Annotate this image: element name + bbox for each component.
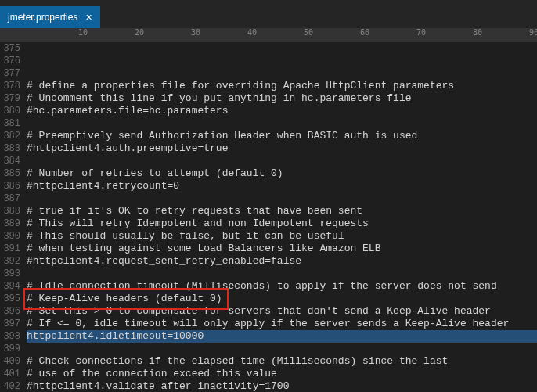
line-number: 377 (0, 67, 20, 80)
line-number: 389 (0, 218, 20, 230)
code-line[interactable]: # define a properties file for overridin… (27, 80, 537, 92)
line-number: 394 (0, 280, 20, 293)
ruler-tick: 30 (191, 28, 200, 37)
code-line[interactable] (27, 117, 537, 130)
line-number: 378 (0, 80, 20, 92)
ruler-tick: 10 (78, 28, 88, 37)
line-number: 383 (0, 142, 20, 155)
code-content[interactable]: # define a properties file for overridin… (27, 42, 537, 392)
ruler-tick: 40 (247, 28, 257, 37)
code-line[interactable]: # true if it's OK to retry requests that… (27, 205, 537, 218)
code-line[interactable]: httpclient4.idletimeout=10000 (27, 330, 537, 343)
line-number: 390 (0, 230, 20, 243)
ruler-tick: 80 (473, 28, 482, 37)
window-top-strip (0, 0, 537, 6)
code-line[interactable]: #httpclient4.request_sent_retry_enabled=… (27, 255, 537, 268)
line-number: 393 (0, 268, 20, 280)
code-line[interactable]: # If <= 0, idle timeout will only apply … (27, 318, 537, 330)
line-number: 379 (0, 92, 20, 105)
close-icon[interactable]: × (85, 12, 92, 23)
line-number: 402 (0, 380, 20, 392)
code-line[interactable] (27, 155, 537, 167)
line-number-gutter: 3753763773783793803813823833843853863873… (0, 42, 27, 392)
code-line[interactable]: #httpclient4.retrycount=0 (27, 180, 537, 192)
code-line[interactable]: # Set this > 0 to compensate for servers… (27, 305, 537, 318)
line-number: 396 (0, 305, 20, 318)
code-line[interactable]: # Uncomment this line if you put anythin… (27, 92, 537, 105)
code-line[interactable]: # Check connections if the elapsed time … (27, 355, 537, 368)
line-number: 384 (0, 155, 20, 167)
code-line[interactable]: #hc.parameters.file=hc.parameters (27, 105, 537, 117)
line-number: 395 (0, 293, 20, 305)
code-line[interactable]: # Preemptively send Authorization Header… (27, 130, 537, 142)
code-line[interactable]: # Number of retries to attempt (default … (27, 167, 537, 180)
code-line[interactable]: # use of the connection exceed this valu… (27, 368, 537, 380)
code-line[interactable] (27, 192, 537, 205)
line-number: 375 (0, 42, 20, 55)
line-number: 387 (0, 192, 20, 205)
code-line[interactable]: # Keep-Alive headers (default 0) (27, 293, 537, 305)
code-line[interactable]: # when testing against some Load Balance… (27, 243, 537, 255)
code-line[interactable] (27, 268, 537, 280)
line-number: 382 (0, 130, 20, 142)
editor-area[interactable]: 3753763773783793803813823833843853863873… (0, 42, 537, 392)
ruler-tick: 20 (135, 28, 144, 37)
line-number: 388 (0, 205, 20, 218)
tab-jmeter-properties[interactable]: jmeter.properties × (0, 6, 100, 28)
ruler-tick: 50 (304, 28, 313, 37)
code-line[interactable]: # This should usually be false, but it c… (27, 230, 537, 243)
code-line[interactable] (27, 343, 537, 355)
code-line[interactable]: # Idle connection timeout (Milliseconds)… (27, 280, 537, 293)
tab-filename: jmeter.properties (8, 12, 77, 23)
line-number: 392 (0, 255, 20, 268)
code-line[interactable]: # This will retry Idempotent and non Ide… (27, 218, 537, 230)
line-number: 391 (0, 243, 20, 255)
line-number: 400 (0, 355, 20, 368)
line-number: 397 (0, 318, 20, 330)
ruler-tick: 70 (416, 28, 426, 37)
code-line[interactable]: #httpclient4.validate_after_inactivity=1… (27, 380, 537, 392)
line-number: 398 (0, 330, 20, 343)
code-line[interactable]: #httpclient4.auth.preemptive=true (27, 142, 537, 155)
tab-bar: jmeter.properties × (0, 6, 537, 28)
ruler-tick: 60 (360, 28, 369, 37)
line-number: 385 (0, 167, 20, 180)
line-number: 381 (0, 117, 20, 130)
ruler-tick: 90 (529, 28, 537, 37)
line-number: 399 (0, 343, 20, 355)
column-ruler: 102030405060708090 (0, 28, 537, 42)
line-number: 401 (0, 368, 20, 380)
line-number: 386 (0, 180, 20, 192)
line-number: 380 (0, 105, 20, 117)
line-number: 376 (0, 55, 20, 67)
